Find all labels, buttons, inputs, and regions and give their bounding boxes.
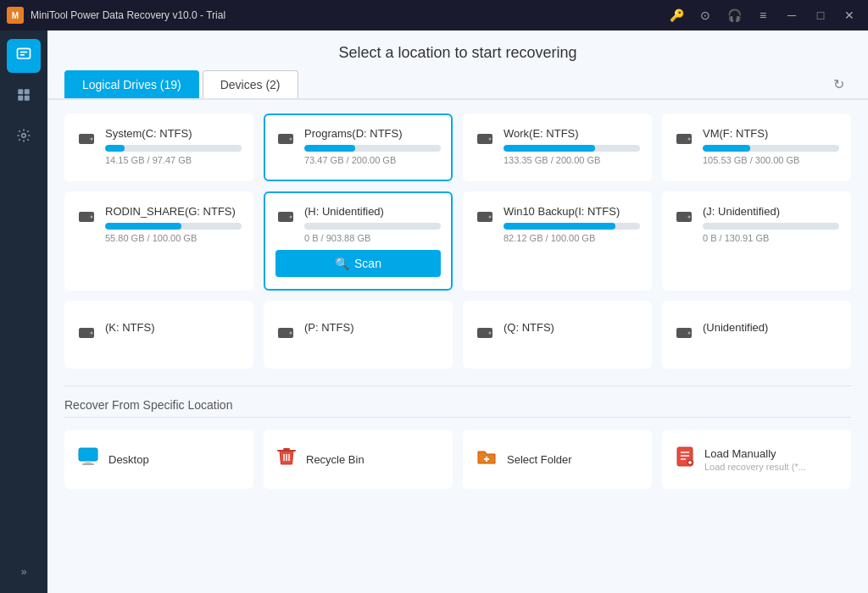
progress-fill: [105, 223, 181, 230]
drive-card-p[interactable]: (P: NTFS): [264, 301, 453, 369]
close-button[interactable]: ✕: [837, 3, 861, 27]
drive-name: (H: Unidentified): [304, 205, 441, 218]
specific-card-recycle-bin[interactable]: Recycle Bin: [264, 430, 453, 489]
scroll-area[interactable]: System(C: NTFS) 14.15 GB / 97.47 GB: [47, 100, 868, 593]
drive-card-k[interactable]: (K: NTFS): [64, 301, 253, 369]
drive-card-inner: (P: NTFS): [275, 321, 354, 348]
specific-name: Load Manually: [704, 447, 806, 460]
drive-card-inner: (Unidentified): [674, 321, 768, 348]
svg-point-13: [489, 138, 492, 141]
specific-card-load-manually[interactable]: Load Manually Load recovery result (*...: [662, 430, 851, 489]
recovery-icon: [15, 46, 32, 67]
drive-card-i[interactable]: Win10 Backup(I: NTFS) 82.12 GB / 100.00 …: [463, 191, 652, 291]
drive-card-inner: (K: NTFS): [76, 321, 155, 348]
drive-size: 133.35 GB / 200.00 GB: [504, 155, 640, 165]
sidebar-item-recovery[interactable]: [7, 39, 41, 73]
drive-size: 73.47 GB / 200.00 GB: [304, 155, 441, 165]
sidebar-item-settings[interactable]: [7, 120, 41, 154]
tab-devices[interactable]: Devices (2): [203, 70, 298, 98]
load-manually-icon: [676, 446, 694, 472]
drive-card-f[interactable]: VM(F: NTFS) 105.53 GB / 300.00 GB: [662, 114, 851, 181]
drive-card-c[interactable]: System(C: NTFS) 14.15 GB / 97.47 GB: [64, 114, 253, 181]
svg-point-17: [91, 216, 93, 219]
drive-size: 82.12 GB / 100.00 GB: [504, 233, 640, 243]
drive-card-d[interactable]: Programs(D: NTFS) 73.47 GB / 200.00 GB: [264, 114, 453, 181]
drive-card-inner: RODIN_SHARE(G: NTFS) 55.80 GB / 100.00 G…: [76, 205, 242, 243]
svg-point-9: [91, 138, 93, 141]
drive-icon: [475, 323, 495, 348]
app-body: » Select a location to start recovering …: [0, 30, 868, 593]
grid-icon: [16, 87, 31, 107]
tab-logical-drives[interactable]: Logical Drives (19): [64, 70, 199, 98]
specific-section-title: Recover From Specific Location: [64, 398, 851, 418]
drive-name: System(C: NTFS): [105, 127, 242, 140]
drive-name: Work(E: NTFS): [504, 127, 640, 140]
drive-icon: [275, 207, 296, 232]
specific-name: Select Folder: [507, 453, 572, 466]
app-title: MiniTool Power Data Recovery v10.0 - Tri…: [31, 9, 658, 21]
app-logo: M: [7, 7, 24, 24]
drive-info: System(C: NTFS) 14.15 GB / 97.47 GB: [105, 127, 242, 165]
svg-rect-33: [85, 461, 92, 463]
drive-card-h[interactable]: (H: Unidentified) 0 B / 903.88 GB 🔍 Scan: [264, 191, 453, 291]
drive-card-inner: VM(F: NTFS) 105.53 GB / 300.00 GB: [674, 127, 839, 165]
drive-card-unidentified[interactable]: (Unidentified): [662, 301, 851, 369]
progress-fill: [504, 145, 595, 152]
menu-icon[interactable]: ≡: [751, 3, 775, 27]
scan-button[interactable]: 🔍 Scan: [275, 250, 441, 277]
maximize-button[interactable]: □: [809, 3, 832, 27]
svg-rect-32: [79, 448, 97, 461]
specific-card-select-folder[interactable]: Select Folder: [463, 430, 652, 489]
sidebar-expand-button[interactable]: »: [7, 559, 41, 585]
drive-name: RODIN_SHARE(G: NTFS): [105, 205, 242, 218]
drive-card-q[interactable]: (Q: NTFS): [463, 301, 652, 369]
drive-icon: [475, 207, 495, 232]
specific-section: Recover From Specific Location Des: [64, 398, 851, 489]
drive-info: Work(E: NTFS) 133.35 GB / 200.00 GB: [504, 127, 640, 165]
drive-icon: [674, 323, 694, 348]
account-icon[interactable]: ⊙: [693, 3, 717, 27]
refresh-button[interactable]: ↻: [826, 73, 851, 96]
scan-icon: 🔍: [335, 257, 349, 270]
drive-name: (Q: NTFS): [504, 321, 554, 334]
sidebar-bottom: »: [7, 559, 41, 585]
svg-rect-6: [25, 95, 30, 100]
headphones-icon[interactable]: 🎧: [722, 3, 746, 27]
key-icon[interactable]: 🔑: [665, 3, 688, 27]
drive-name: (K: NTFS): [105, 321, 155, 334]
section-divider: [64, 385, 851, 386]
svg-rect-5: [18, 95, 23, 100]
drive-card-inner: Work(E: NTFS) 133.35 GB / 200.00 GB: [475, 127, 640, 165]
specific-card-desktop[interactable]: Desktop: [64, 430, 253, 489]
drive-size: 105.53 GB / 300.00 GB: [703, 155, 839, 165]
svg-rect-3: [18, 89, 23, 94]
drive-card-j[interactable]: (J: Unidentified) 0 B / 130.91 GB: [662, 191, 851, 291]
drive-name: (Unidentified): [703, 321, 768, 334]
tabs-row: Logical Drives (19) Devices (2) ↻: [47, 70, 868, 100]
specific-card-info: Recycle Bin: [306, 453, 364, 466]
drive-icon: [76, 323, 97, 348]
progress-bar: [703, 223, 839, 230]
svg-point-11: [290, 138, 292, 141]
drive-name: (P: NTFS): [304, 321, 354, 334]
svg-rect-0: [18, 48, 31, 58]
progress-fill: [304, 145, 355, 152]
drive-card-inner: (H: Unidentified) 0 B / 903.88 GB: [275, 205, 441, 243]
drive-name: (J: Unidentified): [703, 205, 839, 218]
drive-card-inner: Win10 Backup(I: NTFS) 82.12 GB / 100.00 …: [475, 205, 640, 243]
specific-grid: Desktop: [64, 430, 851, 489]
minimize-button[interactable]: ─: [780, 3, 804, 27]
select-folder-icon: [476, 448, 497, 470]
progress-bar: [504, 223, 640, 230]
drive-card-inner: (J: Unidentified) 0 B / 130.91 GB: [674, 205, 839, 243]
svg-rect-4: [25, 89, 30, 94]
progress-bar: [105, 223, 242, 230]
drive-icon: [475, 129, 495, 154]
sidebar-item-grid[interactable]: [7, 80, 41, 114]
specific-name: Recycle Bin: [306, 453, 364, 466]
drive-card-g[interactable]: RODIN_SHARE(G: NTFS) 55.80 GB / 100.00 G…: [64, 191, 253, 291]
titlebar: M MiniTool Power Data Recovery v10.0 - T…: [0, 0, 868, 30]
drive-card-e[interactable]: Work(E: NTFS) 133.35 GB / 200.00 GB: [463, 114, 652, 181]
drive-size: 55.80 GB / 100.00 GB: [105, 233, 242, 243]
specific-card-info: Load Manually Load recovery result (*...: [704, 447, 806, 472]
